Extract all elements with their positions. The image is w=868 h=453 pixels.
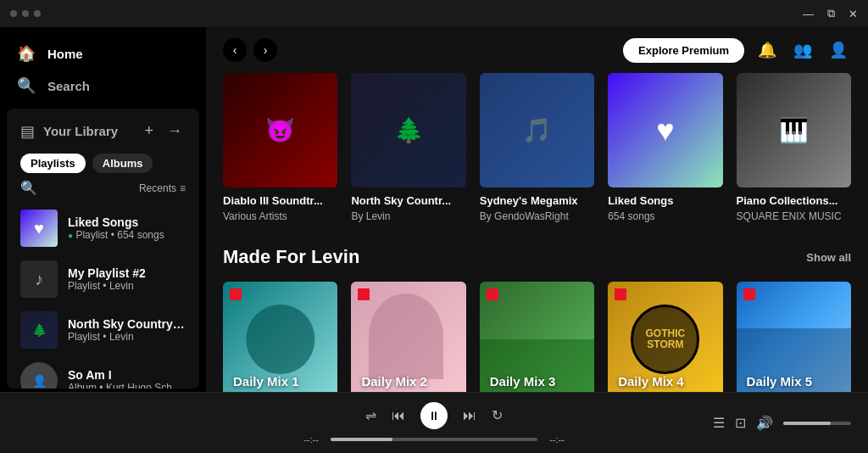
library-search-button[interactable]: 🔍 bbox=[20, 180, 37, 196]
recent-items-row: 😈 Diablo III Soundtr... Various Artists … bbox=[223, 73, 851, 222]
album-sub: SQUARE ENIX MUSIC bbox=[737, 210, 851, 222]
playlist2-sub: Playlist • Levin bbox=[68, 280, 186, 292]
daily-mix-card-4[interactable]: GOTHICSTORM Daily Mix 4 Daily Mix 4 Goth… bbox=[608, 282, 722, 392]
content-scroll[interactable]: 😈 Diablo III Soundtr... Various Artists … bbox=[206, 73, 868, 392]
album-sub: 654 songs bbox=[608, 210, 722, 222]
recent-card-sydneys-megamix[interactable]: 🎵 Sydney's Megamix By GendoWasRight bbox=[480, 73, 594, 222]
play-pause-button[interactable]: ⏸ bbox=[420, 402, 448, 429]
titlebar-controls: — ⧉ ✕ bbox=[803, 7, 858, 20]
sidebar-item-home[interactable]: 🏠 Home bbox=[14, 37, 192, 70]
expand-library-button[interactable]: → bbox=[164, 119, 186, 143]
library-title-row: ▤ Your Library bbox=[20, 122, 118, 141]
daily-mix-card-2[interactable]: Daily Mix 2 Daily Mix 2 ROZEN, Nobuo Uem… bbox=[351, 282, 465, 392]
nav-arrows: ‹ › bbox=[223, 38, 277, 62]
library-filters: Playlists Albums bbox=[7, 150, 199, 180]
album-thumb: 😈 bbox=[223, 73, 337, 187]
minimize-button[interactable]: — bbox=[803, 7, 814, 20]
previous-button[interactable]: ⏮ bbox=[392, 408, 405, 423]
made-for-section-header: Made For Levin Show all bbox=[223, 246, 851, 268]
daily-mix-thumb: Daily Mix 1 bbox=[223, 282, 337, 392]
back-button[interactable]: ‹ bbox=[223, 38, 247, 62]
volume-bar[interactable] bbox=[783, 422, 851, 425]
library-header: ▤ Your Library + → bbox=[7, 109, 199, 150]
volume-button[interactable]: 🔊 bbox=[756, 415, 773, 431]
filter-albums[interactable]: Albums bbox=[92, 154, 153, 173]
main-content: ‹ › Explore Premium 🔔 👥 👤 😈 Diablo III S… bbox=[206, 27, 868, 392]
filter-playlists[interactable]: Playlists bbox=[20, 154, 86, 173]
recent-card-diablo[interactable]: 😈 Diablo III Soundtr... Various Artists bbox=[223, 73, 337, 222]
content-header: ‹ › Explore Premium 🔔 👥 👤 bbox=[206, 27, 868, 73]
daily-mix-label: Daily Mix 1 bbox=[233, 374, 299, 389]
northsky-sub: Playlist • Levin bbox=[68, 331, 186, 343]
album-title: North Sky Countr... bbox=[351, 194, 465, 207]
daily-mix-thumb: Daily Mix 5 bbox=[737, 282, 851, 392]
recent-card-north-sky-album[interactable]: 🌲 North Sky Countr... By Levin bbox=[351, 73, 465, 222]
volume-bar-wrap bbox=[783, 422, 851, 425]
add-library-button[interactable]: + bbox=[141, 119, 157, 143]
album-thumb: 🌲 bbox=[351, 73, 465, 187]
spotify-badge bbox=[743, 288, 755, 300]
repeat-button[interactable]: ↻ bbox=[492, 407, 503, 423]
progress-bar[interactable] bbox=[331, 438, 537, 441]
made-for-title: Made For Levin bbox=[223, 246, 359, 268]
library-recents[interactable]: Recents ≡ bbox=[139, 182, 186, 194]
liked-songs-thumb: ♥ bbox=[20, 210, 58, 247]
album-thumb: 🎹 bbox=[737, 73, 851, 187]
user-button[interactable]: 👤 bbox=[826, 37, 851, 63]
explore-premium-button[interactable]: Explore Premium bbox=[623, 38, 744, 63]
search-icon: 🔍 bbox=[17, 76, 36, 95]
main-layout: 🏠 Home 🔍 Search ▤ Your Library + → P bbox=[0, 27, 868, 392]
daily-mix-card-3[interactable]: Daily Mix 3 Daily Mix 3 Darren Ang, Mich… bbox=[480, 282, 594, 392]
daily-mix-card-5[interactable]: Daily Mix 5 Daily Mix 5 Darren Korb, Chr… bbox=[737, 282, 851, 392]
northsky-info: North Sky Country (In-Game) Playlist • L… bbox=[68, 317, 186, 343]
daily-mix-card-1[interactable]: Daily Mix 1 Daily Mix 1 Josh Whelchel, K… bbox=[223, 282, 337, 392]
devices-button[interactable]: ⊡ bbox=[735, 415, 746, 431]
daily-mix-label: Daily Mix 5 bbox=[747, 374, 813, 389]
album-title: Piano Collections... bbox=[737, 194, 851, 207]
shuffle-button[interactable]: ⇌ bbox=[365, 407, 376, 423]
music-icon: ♪ bbox=[35, 270, 43, 289]
titlebar: — ⧉ ✕ bbox=[0, 0, 868, 27]
maximize-button[interactable]: ⧉ bbox=[827, 7, 835, 20]
library-list: ♥ Liked Songs ● Playlist • 654 songs ♪ bbox=[7, 203, 199, 389]
daily-mix-row: Daily Mix 1 Daily Mix 1 Josh Whelchel, K… bbox=[223, 282, 851, 392]
notifications-button[interactable]: 🔔 bbox=[754, 37, 780, 63]
library-item-so-am-i[interactable]: 👤 So Am I Album • Kurt Hugo Schneider bbox=[14, 355, 192, 389]
library-item-playlist2[interactable]: ♪ My Playlist #2 Playlist • Levin bbox=[14, 254, 192, 305]
library-icon: ▤ bbox=[20, 122, 35, 141]
green-dot-icon: ● bbox=[68, 231, 73, 240]
queue-button[interactable]: ☰ bbox=[713, 415, 725, 431]
titlebar-dot-3 bbox=[34, 10, 41, 17]
sidebar-search-label: Search bbox=[47, 79, 90, 93]
progress-bar-wrap: --:-- --:-- bbox=[298, 434, 570, 445]
recents-label: Recents bbox=[139, 182, 176, 194]
library-item-liked-songs[interactable]: ♥ Liked Songs ● Playlist • 654 songs bbox=[14, 203, 192, 254]
album-sub: Various Artists bbox=[223, 210, 337, 222]
player-bar: ⇌ ⏮ ⏸ ⏭ ↻ --:-- --:-- ☰ ⊡ 🔊 bbox=[0, 392, 868, 453]
player-right: ☰ ⊡ 🔊 bbox=[665, 415, 851, 431]
album-title: Diablo III Soundtr... bbox=[223, 194, 337, 207]
northsky-thumb: 🌲 bbox=[20, 311, 58, 349]
player-controls: ⇌ ⏮ ⏸ ⏭ ↻ bbox=[365, 402, 503, 429]
library-actions: + → bbox=[141, 119, 186, 143]
friends-button[interactable]: 👥 bbox=[790, 37, 815, 63]
sidebar-item-search[interactable]: 🔍 Search bbox=[14, 70, 192, 102]
album-thumb: 🎵 bbox=[480, 73, 594, 187]
show-all-button[interactable]: Show all bbox=[806, 251, 851, 264]
close-button[interactable]: ✕ bbox=[849, 7, 858, 20]
time-total: --:-- bbox=[544, 434, 570, 445]
player-center: ⇌ ⏮ ⏸ ⏭ ↻ --:-- --:-- bbox=[203, 402, 665, 445]
album-thumb: ♥ bbox=[608, 73, 722, 187]
forward-button[interactable]: › bbox=[253, 38, 277, 62]
library-title: Your Library bbox=[43, 124, 118, 138]
titlebar-dots bbox=[10, 10, 41, 17]
next-button[interactable]: ⏭ bbox=[463, 408, 476, 423]
sidebar-nav: 🏠 Home 🔍 Search bbox=[0, 27, 206, 105]
playlist2-thumb: ♪ bbox=[20, 260, 58, 298]
recent-card-liked-songs-card[interactable]: ♥ Liked Songs 654 songs bbox=[608, 73, 722, 222]
recent-card-piano-collections[interactable]: 🎹 Piano Collections... SQUARE ENIX MUSIC bbox=[737, 73, 851, 222]
titlebar-dot-2 bbox=[22, 10, 29, 17]
library-item-northsky[interactable]: 🌲 North Sky Country (In-Game) Playlist •… bbox=[14, 305, 192, 355]
progress-fill bbox=[331, 438, 392, 441]
heart-icon: ♥ bbox=[656, 113, 674, 148]
